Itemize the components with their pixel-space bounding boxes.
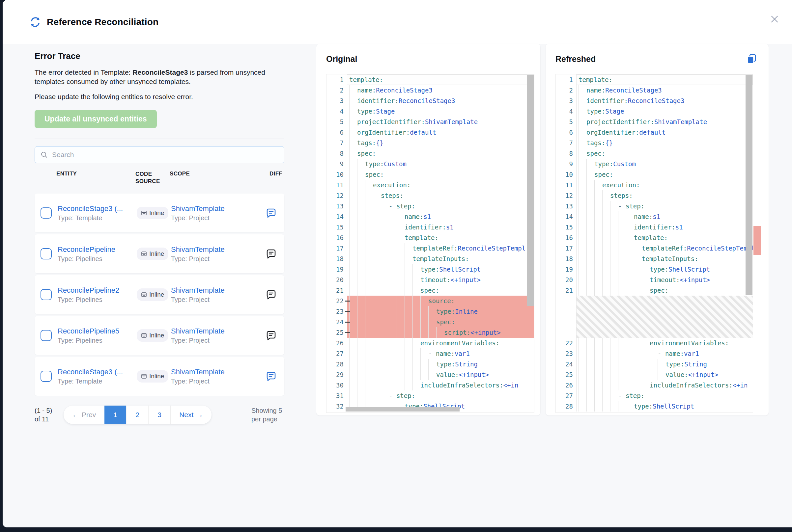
code-line: 26 includeInfraSelectors: <+in — [556, 380, 753, 391]
line-number: 25 — [327, 327, 347, 338]
entity-type-label: Type: Template — [58, 214, 102, 222]
scope-link[interactable]: ShivamTemplate — [171, 368, 259, 376]
page-button-1[interactable]: 1 — [105, 405, 126, 424]
entity-row: ReconcilePipeline2 Type: Pipelines Inlin… — [35, 275, 284, 314]
code-line: 22 environmentVariables: — [556, 338, 753, 348]
copy-icon[interactable] — [746, 53, 757, 64]
code-line: 28 type: ShellScript — [556, 401, 753, 412]
line-number: 21 — [556, 285, 576, 296]
page-button-3[interactable]: 3 — [148, 405, 170, 424]
line-number: 23 — [556, 348, 576, 359]
per-page-label: Showing 5 per page — [251, 406, 284, 423]
scope-link[interactable]: ShivamTemplate — [171, 327, 259, 336]
code-line: 16 template: — [327, 232, 534, 243]
code-line: 10 spec: — [556, 169, 753, 180]
code-line: 17 templateRef: ReconcileStepTempl — [327, 243, 534, 253]
entity-link[interactable]: ReconcilePipeline2 — [58, 286, 137, 294]
line-number: 20 — [556, 274, 576, 285]
code-line: 14 name: s1 — [556, 211, 753, 222]
reference-reconciliation-screen: Reference Reconciliation Error Trace The… — [0, 0, 792, 532]
line-number: 14 — [327, 211, 347, 222]
archive-icon — [141, 251, 149, 257]
refreshed-code-editor: 1 template:2 name: ReconcileStage33 iden… — [555, 74, 753, 413]
code-line: 3 identifier: ReconcileStage3 — [327, 95, 534, 106]
code-line: 25 script: <+input> — [327, 327, 534, 338]
code-source-badge: Inline — [137, 370, 168, 382]
scope-link[interactable]: ShivamTemplate — [171, 205, 259, 213]
entity-checkbox[interactable] — [40, 248, 52, 260]
scope-link[interactable]: ShivamTemplate — [171, 245, 259, 254]
prev-page-button[interactable]: ← Prev — [63, 405, 105, 424]
entity-checkbox[interactable] — [40, 330, 52, 341]
entity-table-header: ENTITY CODE SOURCE SCOPE DIFF — [35, 171, 284, 185]
line-number: 1 — [556, 74, 576, 85]
entity-checkbox[interactable] — [40, 207, 52, 218]
code-line: 5 projectIdentifier: ShivamTemplate — [327, 116, 534, 127]
code-line: 15 identifier: s1 — [327, 222, 534, 232]
scope-type-label: Type: Project — [171, 378, 209, 385]
arrow-right-icon: → — [196, 411, 203, 419]
original-horizontal-scrollbar[interactable] — [346, 407, 460, 412]
entity-link[interactable]: ReconcilePipeline — [58, 245, 137, 254]
entity-link[interactable]: ReconcileStage3 (... — [58, 205, 137, 213]
original-diff-panel: Original 1 template:2 name: ReconcileSta… — [316, 44, 540, 416]
entity-checkbox[interactable] — [40, 289, 52, 300]
code-line: 11 execution: — [556, 180, 753, 190]
archive-icon — [141, 373, 149, 379]
entity-checkbox[interactable] — [40, 371, 52, 382]
search-input[interactable] — [51, 150, 284, 159]
scope-type-label: Type: Project — [171, 255, 209, 262]
entity-link[interactable]: ReconcileStage3 (... — [58, 368, 137, 376]
diff-note-icon[interactable] — [265, 289, 276, 300]
line-number: 17 — [556, 243, 576, 253]
search-icon — [40, 151, 48, 159]
code-line: 8 spec: — [327, 148, 534, 159]
code-line: 23 - name: var1 — [556, 348, 753, 359]
code-line: 17 templateRef: ReconcileStepTempl — [556, 243, 753, 253]
line-number: 7 — [556, 138, 576, 148]
scope-link[interactable]: ShivamTemplate — [171, 286, 259, 294]
entity-type-label: Type: Template — [58, 378, 102, 385]
line-number: 16 — [327, 232, 347, 243]
line-number: 29 — [327, 369, 347, 380]
diff-note-icon[interactable] — [265, 371, 276, 382]
code-line: 20 timeout: <+input> — [556, 274, 753, 285]
entity-link[interactable]: ReconcilePipeline5 — [58, 327, 137, 336]
line-number: 24 — [556, 359, 576, 369]
original-title: Original — [326, 54, 357, 64]
refreshed-vertical-scrollbar[interactable] — [745, 75, 753, 295]
scope-type-label: Type: Project — [171, 214, 209, 222]
code-line: 25 value: <+input> — [556, 369, 753, 380]
pagination-pill: ← Prev 123 Next → — [63, 405, 211, 424]
line-number: 8 — [556, 148, 576, 159]
update-all-unsynced-button[interactable]: Update all unsynced entities — [35, 110, 157, 128]
code-line: 7 tags: {} — [556, 138, 753, 148]
refreshed-title: Refreshed — [555, 54, 596, 64]
code-source-badge: Inline — [137, 329, 168, 342]
diff-note-icon[interactable] — [265, 249, 276, 260]
code-line: 13 - step: — [327, 201, 534, 211]
error-trace-heading: Error Trace — [35, 51, 284, 61]
line-number: 25 — [556, 369, 576, 380]
original-vertical-scrollbar[interactable] — [527, 75, 534, 306]
diff-note-icon[interactable] — [265, 208, 276, 218]
close-icon[interactable] — [769, 14, 780, 24]
line-number: 31 — [327, 391, 347, 401]
page-button-2[interactable]: 2 — [126, 405, 148, 424]
line-number: 3 — [556, 95, 576, 106]
line-number: 11 — [327, 180, 347, 190]
diff-note-icon[interactable] — [265, 330, 276, 341]
line-number: 6 — [327, 127, 347, 138]
diff-change-marker — [753, 226, 761, 255]
code-line: 9 type: Custom — [556, 159, 753, 169]
line-number: 3 — [327, 95, 347, 106]
line-number: 5 — [327, 116, 347, 127]
entity-row: ReconcilePipeline5 Type: Pipelines Inlin… — [35, 316, 284, 355]
archive-icon — [141, 292, 149, 298]
line-number: 7 — [327, 138, 347, 148]
next-page-button[interactable]: Next → — [170, 405, 211, 424]
code-line: 21 spec: — [556, 285, 753, 296]
code-line: 18 templateInputs: — [556, 253, 753, 264]
error-instruction: Please update the following entities to … — [35, 92, 284, 101]
line-number: 18 — [327, 253, 347, 264]
